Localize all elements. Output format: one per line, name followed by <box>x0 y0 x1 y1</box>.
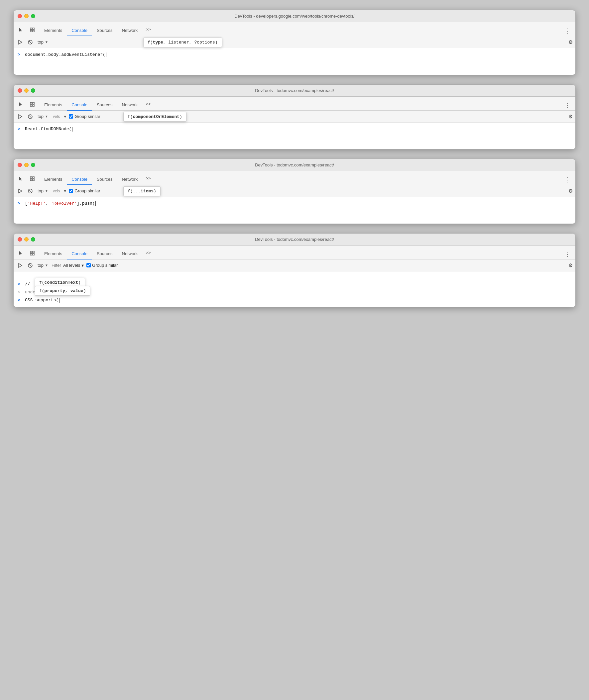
tab-console-1[interactable]: Console <box>67 25 92 36</box>
traffic-lights-4 <box>18 237 35 242</box>
code-text-2-1[interactable]: React.findDOMNode( <box>25 126 72 132</box>
console-content-3: > ['Help!', 'Revolver'].push( <box>14 197 575 224</box>
code-text-3-1[interactable]: ['Help!', 'Revolver'].push( <box>25 200 96 207</box>
levels-selector-4[interactable]: All levels ▼ <box>63 263 84 268</box>
minimize-button-4[interactable] <box>24 237 29 242</box>
context-selector-2[interactable]: top ▼ <box>36 113 49 119</box>
group-similar-checkbox-4[interactable]: Group similar <box>86 263 118 268</box>
inspect-icon[interactable] <box>28 25 37 35</box>
autocomplete-bold-param-4a: conditionText <box>44 280 78 285</box>
svg-rect-8 <box>33 102 34 104</box>
svg-line-6 <box>29 40 32 44</box>
menu-dots-2[interactable]: ⋮ <box>563 102 573 109</box>
inspect-icon-2[interactable] <box>28 100 37 109</box>
tab-console-2[interactable]: Console <box>67 100 92 111</box>
inspect-icon-3[interactable] <box>28 174 37 184</box>
run-icon-2[interactable] <box>16 113 24 120</box>
cursor-icon-3[interactable] <box>16 174 26 184</box>
context-selector-1[interactable]: top ▼ <box>36 39 49 45</box>
console-toolbar-3: top ▼ f(...items) vels ▼ Group similar ⚙ <box>14 185 575 197</box>
tab-more-4[interactable]: >> <box>142 248 154 258</box>
tab-more-1[interactable]: >> <box>142 24 154 35</box>
autocomplete-popup-4a: f(conditionText) <box>35 278 85 287</box>
console-content-2: > React.findDOMNode( <box>14 122 575 149</box>
cursor-icon[interactable] <box>16 25 26 35</box>
block-icon-4[interactable] <box>26 262 34 270</box>
minimize-button-3[interactable] <box>24 163 29 167</box>
maximize-button-4[interactable] <box>31 237 35 242</box>
autocomplete-bold-param-4b2: value <box>70 288 83 293</box>
tab-sources-1[interactable]: Sources <box>92 25 117 36</box>
maximize-button[interactable] <box>31 14 35 18</box>
maximize-button-2[interactable] <box>31 88 35 93</box>
tab-bar-icons-4 <box>16 249 37 258</box>
settings-icon-4[interactable]: ⚙ <box>568 263 573 269</box>
menu-dots-3[interactable]: ⋮ <box>563 176 573 184</box>
svg-rect-21 <box>30 251 32 253</box>
menu-dots-1[interactable]: ⋮ <box>563 27 573 35</box>
tab-network-3[interactable]: Network <box>117 174 143 185</box>
tab-network-2[interactable]: Network <box>117 100 143 111</box>
tab-network-1[interactable]: Network <box>117 25 143 36</box>
context-selector-3[interactable]: top ▼ <box>36 188 49 194</box>
cursor-icon-4[interactable] <box>16 249 26 258</box>
close-button-4[interactable] <box>18 237 22 242</box>
tab-elements-1[interactable]: Elements <box>39 25 67 36</box>
tab-elements-2[interactable]: Elements <box>39 100 67 111</box>
block-icon-1[interactable] <box>26 38 34 46</box>
levels-partial-2: vels <box>51 114 61 119</box>
tab-network-4[interactable]: Network <box>117 249 143 260</box>
tab-console-3[interactable]: Console <box>67 174 92 185</box>
context-value-3: top <box>37 189 43 194</box>
code-text-4-1[interactable]: // <box>25 281 30 288</box>
code-text-1-1[interactable]: document.body.addEventListener( <box>25 51 107 58</box>
minimize-button[interactable] <box>24 14 29 18</box>
tab-bar-icons-2 <box>16 100 37 109</box>
close-button-2[interactable] <box>18 88 22 93</box>
autocomplete-popup-3: f(...items) <box>123 187 161 196</box>
close-button[interactable] <box>18 14 22 18</box>
menu-dots-4[interactable]: ⋮ <box>563 251 573 258</box>
block-icon-3[interactable] <box>26 187 34 195</box>
svg-marker-18 <box>19 189 22 193</box>
block-icon-2[interactable] <box>26 113 34 120</box>
tab-console-4[interactable]: Console <box>67 249 92 260</box>
group-similar-checkbox-3[interactable]: Group similar <box>69 189 100 194</box>
run-icon-4[interactable] <box>16 262 24 270</box>
svg-rect-15 <box>33 177 34 179</box>
group-similar-label-2: Group similar <box>74 114 100 119</box>
levels-arrow-2: ▼ <box>63 115 67 118</box>
settings-icon-2[interactable]: ⚙ <box>568 114 573 119</box>
tab-sources-3[interactable]: Sources <box>92 174 117 185</box>
settings-icon-1[interactable]: ⚙ <box>568 39 573 45</box>
tab-sources-2[interactable]: Sources <box>92 100 117 111</box>
context-selector-4[interactable]: top ▼ <box>36 262 49 269</box>
tab-more-3[interactable]: >> <box>142 173 154 184</box>
code-text-4-3[interactable]: CSS.supports( <box>25 297 59 304</box>
svg-rect-1 <box>33 28 34 30</box>
group-similar-input-2[interactable] <box>69 114 73 118</box>
tab-elements-4[interactable]: Elements <box>39 249 67 260</box>
traffic-lights-1 <box>18 14 35 18</box>
inspect-icon-4[interactable] <box>28 249 37 258</box>
close-button-3[interactable] <box>18 163 22 167</box>
group-similar-checkbox-2[interactable]: Group similar <box>69 114 100 119</box>
settings-icon-3[interactable]: ⚙ <box>568 188 573 194</box>
autocomplete-popup-1: f(type, listener, ?options) <box>143 38 222 47</box>
run-icon-3[interactable] <box>16 187 24 195</box>
autocomplete-bold-param-2: componentOrElement <box>133 114 180 119</box>
tab-more-2[interactable]: >> <box>142 99 154 109</box>
console-line-2-1: > React.findDOMNode( <box>14 125 575 133</box>
tab-bar-1: Elements Console Sources Network >> ⋮ <box>14 22 575 36</box>
tab-bar-icons-1 <box>16 25 37 35</box>
maximize-button-3[interactable] <box>31 163 35 167</box>
context-dropdown-arrow-3: ▼ <box>45 189 48 193</box>
run-icon-1[interactable] <box>16 38 24 46</box>
tab-elements-3[interactable]: Elements <box>39 174 67 185</box>
tab-sources-4[interactable]: Sources <box>92 249 117 260</box>
group-similar-input-4[interactable] <box>86 263 91 268</box>
group-similar-input-3[interactable] <box>69 189 73 193</box>
cursor-icon-2[interactable] <box>16 100 26 109</box>
minimize-button-2[interactable] <box>24 88 29 93</box>
svg-rect-22 <box>33 251 34 253</box>
